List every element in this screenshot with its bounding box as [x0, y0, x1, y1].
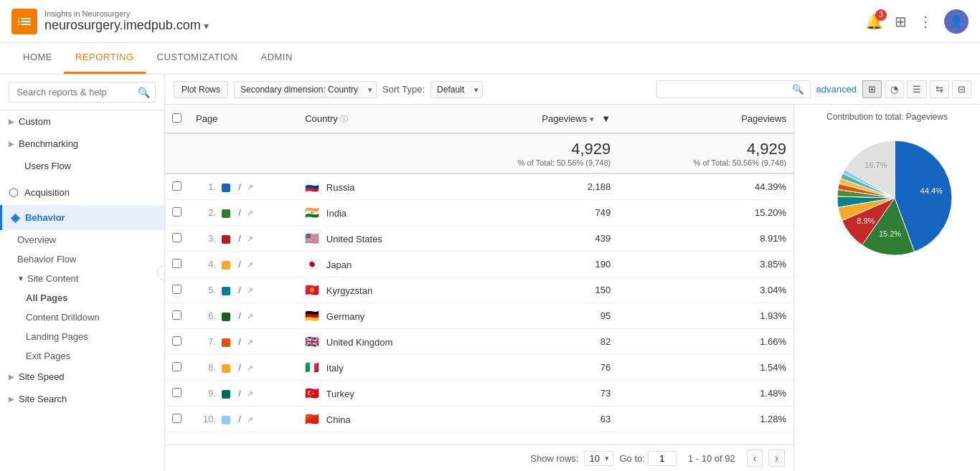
external-link-icon[interactable]: ↗ — [247, 389, 253, 398]
row-number: 8. — [196, 362, 216, 373]
behavior-icon: ◈ — [11, 211, 19, 224]
view-btn-grid[interactable]: ⊞ — [862, 80, 882, 98]
search-icon: 🔍 — [138, 87, 150, 98]
user-avatar[interactable]: 👤 — [944, 9, 969, 34]
row-checkbox[interactable] — [172, 388, 182, 397]
sort-type-select-wrap: Default — [430, 81, 483, 98]
search-input[interactable] — [9, 82, 156, 103]
sidebar-sub-site-content[interactable]: ▼ Site Content — [0, 269, 164, 288]
secondary-dimension-select[interactable]: Secondary dimension: Country — [234, 81, 377, 98]
sidebar-sub-overview[interactable]: Overview — [0, 230, 164, 249]
row-checkbox[interactable] — [172, 181, 182, 191]
table-search-button[interactable]: 🔍 — [786, 81, 810, 97]
advanced-link[interactable]: advanced — [816, 84, 857, 95]
page-link[interactable]: / — [238, 207, 241, 218]
country-info-icon[interactable]: ⓘ — [340, 115, 348, 123]
external-link-icon[interactable]: ↗ — [247, 234, 253, 243]
goto-input[interactable] — [648, 451, 677, 466]
plot-rows-button[interactable]: Plot Rows — [174, 81, 228, 98]
site-subtitle: Insights in Neurosurgery — [44, 9, 209, 18]
row-color-indicator — [222, 209, 230, 218]
apps-grid-icon[interactable]: ⊞ — [895, 13, 907, 30]
view-btn-pie[interactable]: ◔ — [885, 80, 904, 98]
page-link[interactable]: / — [238, 259, 241, 270]
page-link[interactable]: / — [238, 414, 241, 424]
sidebar-sub-behavior-flow[interactable]: Behavior Flow — [0, 249, 164, 269]
country-name: Turkey — [326, 389, 354, 399]
sidebar-sub-exit-pages[interactable]: Exit Pages — [0, 346, 164, 366]
external-link-icon[interactable]: ↗ — [247, 183, 253, 191]
row-color-indicator — [222, 338, 230, 347]
external-link-icon[interactable]: ↗ — [247, 338, 253, 346]
nav-tabs: HOME REPORTING CUSTOMIZATION ADMIN — [0, 43, 980, 75]
expand-arrow-icon: ▶ — [9, 140, 14, 148]
search-wrap: 🔍 — [656, 80, 811, 98]
more-options-icon[interactable]: ⋮ — [918, 13, 933, 30]
row-number: 6. — [196, 310, 216, 321]
pageviews-cell: 150 — [454, 277, 618, 303]
pageviews-pct-cell: 1.28% — [618, 406, 793, 432]
site-title[interactable]: neurosurgery.imedpub.com ▾ — [44, 18, 209, 33]
sidebar-item-users-flow[interactable]: Users Flow — [0, 155, 164, 177]
view-btn-detail[interactable]: ⊟ — [952, 80, 971, 98]
pageviews-cell: 439 — [454, 226, 618, 252]
view-btn-list[interactable]: ☰ — [907, 80, 927, 98]
sidebar-item-label: Acquisition — [24, 187, 70, 198]
next-page-button[interactable]: › — [768, 449, 785, 467]
row-checkbox[interactable] — [172, 233, 182, 242]
page-link[interactable]: / — [238, 336, 241, 347]
row-checkbox[interactable] — [172, 336, 182, 346]
external-link-icon[interactable]: ↗ — [247, 209, 253, 217]
show-rows-label: Show rows: — [530, 453, 578, 464]
row-checkbox[interactable] — [172, 414, 182, 423]
rows-per-page-select[interactable]: 10 25 50 — [584, 451, 613, 466]
sidebar-item-benchmarking[interactable]: ▶ Benchmarking — [0, 133, 164, 155]
sort-desc-arrow[interactable]: ▼ — [601, 113, 611, 124]
row-color-indicator — [222, 364, 230, 373]
tab-customization[interactable]: CUSTOMIZATION — [146, 43, 250, 74]
sort-type-select[interactable]: Default — [430, 81, 483, 98]
prev-page-button[interactable]: ‹ — [747, 449, 763, 467]
external-link-icon[interactable]: ↗ — [247, 260, 253, 269]
page-link[interactable]: / — [238, 310, 241, 321]
site-dropdown-arrow[interactable]: ▾ — [204, 20, 209, 32]
external-link-icon[interactable]: ↗ — [247, 363, 253, 372]
pageviews-metric-select[interactable]: Pageviews — [536, 110, 598, 127]
row-checkbox[interactable] — [172, 362, 182, 371]
tab-reporting[interactable]: REPORTING — [64, 43, 146, 74]
rows-per-page-select-wrap: 10 25 50 — [584, 451, 613, 466]
tab-home[interactable]: HOME — [11, 43, 64, 74]
row-checkbox[interactable] — [172, 285, 182, 294]
pagination-range: 1 - 10 of 92 — [688, 453, 735, 464]
table-row: 4. / ↗ 🇯🇵 Japan 190 3.85% — [165, 252, 793, 277]
page-link[interactable]: / — [238, 285, 241, 295]
goto-label: Go to: — [619, 453, 644, 464]
row-checkbox[interactable] — [172, 259, 182, 268]
page-link[interactable]: / — [238, 388, 241, 399]
external-link-icon[interactable]: ↗ — [247, 415, 253, 424]
page-link[interactable]: / — [238, 233, 241, 244]
pageviews-pct-cell: 3.85% — [618, 252, 793, 277]
row-checkbox[interactable] — [172, 310, 182, 320]
table-search-input[interactable] — [657, 81, 786, 97]
page-link[interactable]: / — [238, 181, 241, 192]
notification-bell[interactable]: 🔔 3 — [865, 13, 883, 30]
view-btn-compare[interactable]: ⇆ — [930, 80, 949, 98]
sidebar-item-site-speed[interactable]: ▶ Site Speed — [0, 366, 164, 388]
external-link-icon[interactable]: ↗ — [247, 286, 253, 295]
page-link[interactable]: / — [238, 362, 241, 373]
sidebar-sub-content-drilldown[interactable]: Content Drilldown — [0, 308, 164, 327]
sidebar-item-behavior[interactable]: ◈ Behavior — [0, 205, 164, 230]
table-row: 10. / ↗ 🇨🇳 China 63 1.28% — [165, 406, 793, 432]
country-name: China — [326, 414, 351, 425]
row-checkbox[interactable] — [172, 207, 182, 217]
external-link-icon[interactable]: ↗ — [247, 312, 253, 320]
select-all-checkbox[interactable] — [172, 113, 182, 123]
sidebar-item-acquisition[interactable]: ⬡ Acquisition — [0, 180, 164, 205]
sidebar-item-custom[interactable]: ▶ Custom — [0, 110, 164, 133]
tab-admin[interactable]: ADMIN — [249, 43, 303, 74]
sidebar-item-site-search[interactable]: ▶ Site Search — [0, 388, 164, 410]
sidebar-sub-all-pages[interactable]: All Pages — [0, 288, 164, 308]
sidebar-sub-landing-pages[interactable]: Landing Pages — [0, 327, 164, 346]
pageviews-cell: 749 — [454, 200, 618, 226]
